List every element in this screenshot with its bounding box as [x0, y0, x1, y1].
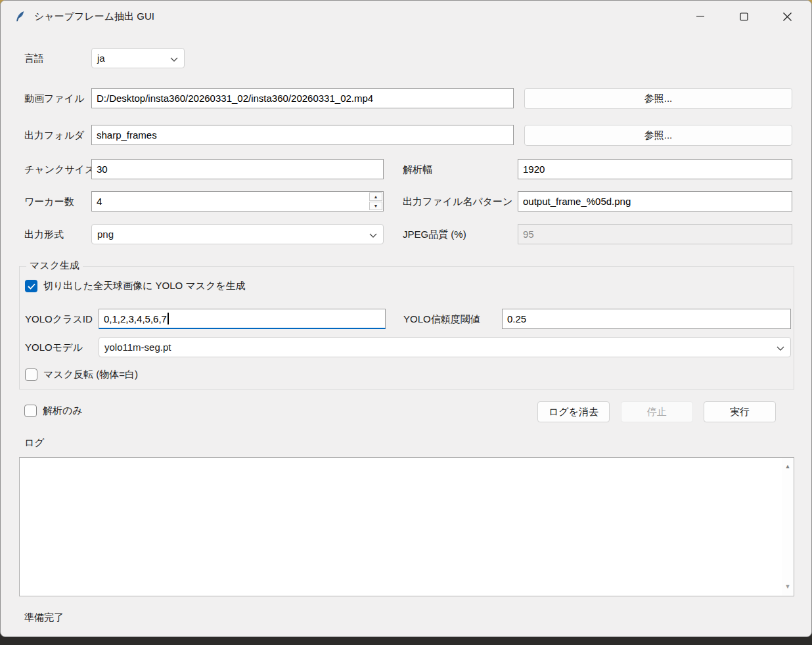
output-folder-input[interactable]: [91, 125, 514, 145]
stop-button: 停止: [621, 401, 693, 422]
filename-pattern-label: 出力ファイル名パターン: [403, 195, 512, 208]
app-window: シャープフレーム抽出 GUI 言語 ja 動画ファイル 参照... 出力フォルダ…: [0, 0, 812, 637]
yolo-model-label: YOLOモデル: [25, 341, 83, 354]
text-caret: [168, 313, 169, 324]
output-folder-label: 出力フォルダ: [24, 129, 84, 142]
language-label: 言語: [24, 52, 44, 65]
app-icon-feather: [14, 11, 26, 22]
spin-up-icon: ▲: [374, 194, 378, 199]
mask-generation-group-title: マスク生成: [26, 259, 83, 272]
yolo-class-id-input[interactable]: 0,1,2,3,4,5,6,7: [99, 309, 386, 329]
yolo-model-value: yolo11m-seg.pt: [104, 342, 171, 353]
run-button[interactable]: 実行: [704, 401, 776, 422]
analysis-width-label: 解析幅: [403, 163, 432, 176]
video-file-label: 動画ファイル: [24, 92, 84, 105]
language-value: ja: [97, 53, 105, 64]
spin-up-button[interactable]: ▲: [369, 192, 382, 201]
yolo-confidence-input[interactable]: [502, 309, 791, 329]
minimize-button[interactable]: [679, 1, 722, 32]
chevron-down-icon: [777, 342, 784, 353]
output-format-value: png: [97, 229, 114, 240]
yolo-model-select[interactable]: yolo11m-seg.pt: [99, 337, 791, 357]
output-format-label: 出力形式: [24, 228, 64, 241]
scroll-up-icon[interactable]: ▲: [782, 464, 794, 470]
chunk-size-input[interactable]: [91, 159, 384, 179]
generate-mask-checkbox[interactable]: [25, 280, 37, 292]
chevron-down-icon: [369, 229, 377, 240]
workers-spinbox[interactable]: ▲ ▼: [91, 191, 384, 211]
output-format-select[interactable]: png: [91, 224, 384, 244]
language-select[interactable]: ja: [91, 48, 185, 68]
filename-pattern-input[interactable]: [518, 191, 792, 211]
yolo-confidence-label: YOLO信頼度閾値: [403, 313, 480, 326]
maximize-button[interactable]: [722, 1, 765, 32]
clear-log-button[interactable]: ログを消去: [537, 401, 610, 422]
mask-invert-checkbox[interactable]: [25, 368, 37, 381]
spin-down-button[interactable]: ▼: [369, 202, 382, 210]
browse-video-button[interactable]: 参照...: [524, 88, 792, 109]
generate-mask-checkbox-label: 切り出した全天球画像に YOLO マスクを生成: [43, 280, 246, 292]
check-icon: [28, 280, 35, 292]
scroll-down-icon[interactable]: ▼: [782, 584, 794, 590]
log-scrollbar[interactable]: ▲ ▼: [782, 458, 794, 596]
yolo-class-id-value: 0,1,2,3,4,5,6,7: [104, 313, 167, 324]
close-button[interactable]: [765, 1, 809, 32]
analysis-width-input[interactable]: [518, 159, 792, 179]
analysis-only-checkbox[interactable]: [24, 405, 37, 417]
mask-invert-checkbox-label: マスク反転 (物体=白): [43, 368, 138, 381]
workers-label: ワーカー数: [24, 195, 74, 208]
log-label: ログ: [24, 436, 45, 449]
status-text: 準備完了: [24, 611, 64, 624]
log-textarea[interactable]: ▲ ▼: [19, 457, 794, 596]
jpeg-quality-label: JPEG品質 (%): [403, 228, 466, 241]
spin-down-icon: ▼: [374, 204, 378, 208]
mask-invert-checkbox-row: マスク反転 (物体=白): [25, 368, 138, 381]
generate-mask-checkbox-row: 切り出した全天球画像に YOLO マスクを生成: [25, 280, 246, 292]
spin-buttons: ▲ ▼: [369, 192, 382, 210]
analysis-only-checkbox-row: 解析のみ: [24, 405, 83, 417]
window-title: シャープフレーム抽出 GUI: [34, 11, 154, 23]
chevron-down-icon: [170, 53, 178, 64]
chunk-size-label: チャンクサイズ: [24, 163, 95, 176]
video-file-input[interactable]: [91, 88, 514, 108]
yolo-class-id-label: YOLOクラスID: [25, 313, 93, 326]
analysis-only-checkbox-label: 解析のみ: [43, 405, 83, 417]
workers-input[interactable]: [91, 191, 384, 211]
titlebar[interactable]: シャープフレーム抽出 GUI: [1, 1, 811, 32]
mask-generation-group: マスク生成 切り出した全天球画像に YOLO マスクを生成 YOLOクラスID …: [19, 266, 794, 389]
caption-buttons: [679, 1, 809, 32]
browse-output-folder-button[interactable]: 参照...: [524, 125, 792, 146]
jpeg-quality-input: [518, 224, 792, 244]
